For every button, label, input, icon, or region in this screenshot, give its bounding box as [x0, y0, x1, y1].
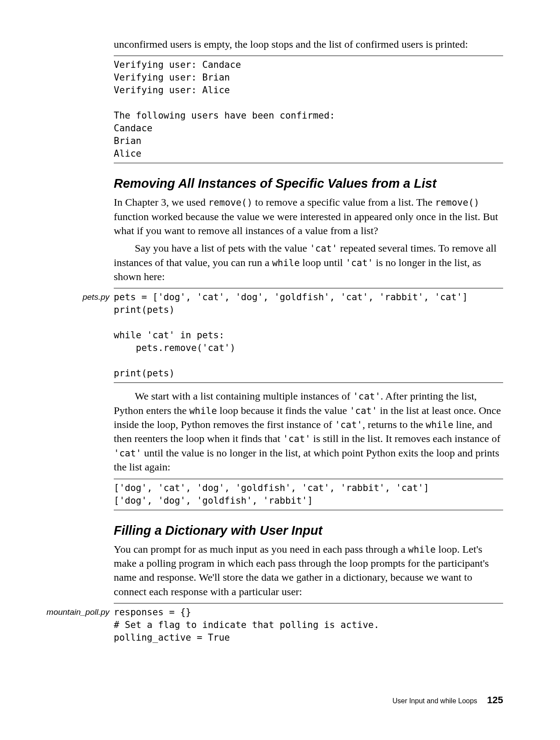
inline-code: while [189, 406, 217, 416]
inline-code: remove() [208, 197, 252, 208]
section-heading-2: Filling a Dictionary with User Input [114, 523, 503, 538]
text: is still in the list. It removes each in… [311, 433, 500, 444]
text: Say you have a list of pets with the val… [135, 242, 310, 254]
inline-code: 'cat' [350, 406, 377, 416]
section-heading-1: Removing All Instances of Specific Value… [114, 176, 503, 191]
inline-code: 'cat' [335, 420, 362, 430]
inline-code: 'cat' [283, 434, 311, 444]
text: You can prompt for as much input as you … [114, 544, 408, 555]
code-block-pets: pets = ['dog', 'cat', 'dog', 'goldfish',… [114, 288, 503, 383]
inline-code: 'cat' [353, 391, 381, 402]
text: function worked because the value we wer… [114, 211, 498, 236]
filename-label: mountain_poll.py [18, 607, 109, 617]
section1b-para1: We start with a list containing multiple… [114, 389, 503, 474]
code-row-1: pets.py pets = ['dog', 'cat', 'dog', 'go… [114, 288, 503, 383]
text: to remove a specific value from a list. … [252, 196, 435, 208]
text: We start with a list containing multiple… [135, 390, 353, 402]
section1-para1: In Chapter 3, we used remove() to remove… [114, 195, 503, 238]
text: In Chapter 3, we used [114, 196, 208, 208]
chapter-title: User Input and while Loops [392, 697, 477, 705]
inline-code: 'cat' [114, 448, 141, 459]
text: until the value is no longer in the list… [114, 447, 499, 473]
text: loop because it finds the value [217, 405, 350, 416]
inline-code: while [272, 258, 300, 268]
inline-code: remove() [435, 197, 480, 208]
page-footer: User Input and while Loops 125 [392, 694, 503, 706]
output-block-2: ['dog', 'cat', 'dog', 'goldfish', 'cat',… [114, 479, 503, 510]
section1-para2: Say you have a list of pets with the val… [114, 241, 503, 284]
output-block-1: Verifying user: Candace Verifying user: … [114, 56, 503, 163]
code-block-mountain-poll: responses = {} # Set a flag to indicate … [114, 603, 503, 647]
intro-paragraph: unconfirmed users is empty, the loop sto… [114, 37, 503, 51]
inline-code: while [408, 544, 436, 555]
code-row-2: mountain_poll.py responses = {} # Set a … [114, 603, 503, 647]
section2-para1: You can prompt for as much input as you … [114, 542, 503, 599]
book-page: unconfirmed users is empty, the loop sto… [0, 0, 560, 740]
inline-code: 'cat' [346, 258, 373, 268]
inline-code: 'cat' [310, 243, 337, 254]
text: , returns to the [362, 419, 426, 430]
inline-code: while [426, 420, 453, 430]
text: loop until [300, 257, 346, 268]
page-number: 125 [487, 694, 503, 705]
content-column: unconfirmed users is empty, the loop sto… [114, 37, 503, 647]
filename-label: pets.py [52, 292, 109, 302]
